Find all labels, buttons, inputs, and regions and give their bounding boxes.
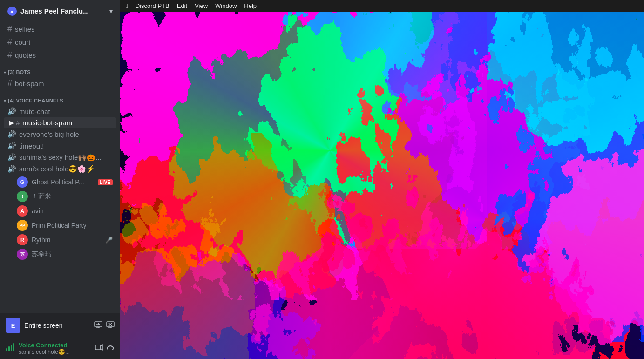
member-name: ！萨米 [32, 192, 113, 201]
svg-rect-13 [8, 346, 10, 351]
voice-member-avin[interactable]: A avin [4, 204, 116, 218]
category-name: [3] BOTS [8, 69, 31, 75]
voice-status-channel: sami's cool hole😎... [19, 349, 91, 355]
hash-icon: # [7, 37, 12, 47]
server-title: James Peel Fanclu... [20, 7, 109, 15]
screen-share-bar: E Entire screen [0, 313, 120, 338]
screen-icon-letter: E [11, 322, 15, 329]
category-name: [4] VOICE CHANNELS [8, 98, 63, 103]
svg-marker-5 [98, 323, 100, 325]
avatar: PP [17, 220, 28, 231]
hash-icon: # [7, 50, 12, 60]
channel-selfies[interactable]: # selfies [4, 23, 116, 35]
menu-help[interactable]: Help [244, 2, 257, 9]
channel-name: sami's cool hole😎🌸⚡ [19, 165, 95, 173]
chevron-down-icon: ▾ [109, 7, 113, 15]
hash-icon: # [7, 24, 12, 34]
menu-view[interactable]: View [195, 2, 208, 9]
server-icon: JP [7, 7, 17, 16]
channel-name: music-bot-spam [22, 119, 72, 127]
category-voice[interactable]: ▾ [4] VOICE CHANNELS [0, 90, 120, 105]
voice-member-ghost[interactable]: G Ghost Political P... LIVE [4, 175, 116, 189]
svg-rect-14 [11, 345, 12, 351]
hash-icon: # [16, 119, 20, 127]
channel-music-bot-spam[interactable]: ▶ # music-bot-spam [4, 117, 116, 128]
voice-icon: 🔊 [7, 153, 16, 162]
channel-name: court [15, 38, 30, 46]
voice-status-text: Voice Connected sami's cool hole😎... [19, 342, 91, 355]
stop-share-button[interactable] [106, 320, 115, 331]
voice-signal-icon [6, 343, 15, 354]
swirl-overlay [120, 12, 644, 359]
voice-actions [95, 343, 115, 354]
channel-sami[interactable]: 🔊 sami's cool hole😎🌸⚡ [4, 163, 116, 175]
channel-name: suhima's sexy hole🙌🏽🎃... [19, 153, 102, 162]
channel-everyones-big-hole[interactable]: 🔊 everyone's big hole [4, 129, 116, 140]
live-badge: LIVE [98, 179, 113, 185]
video-button[interactable] [95, 343, 103, 354]
channel-mute-chat[interactable]: 🔊 mute-chat [4, 106, 116, 117]
voice-icon: 🔊 [7, 107, 16, 115]
channel-name: timeout! [19, 142, 44, 150]
member-name: Rythm [32, 236, 105, 244]
screen-share-label: Entire screen [24, 322, 90, 329]
channel-bot-spam[interactable]: # bot-spam [4, 77, 116, 90]
share-screen-button[interactable] [94, 320, 102, 331]
channel-court[interactable]: # court [4, 36, 116, 48]
voice-status-title: Voice Connected [19, 342, 91, 349]
mute-icon: 🎤 [105, 237, 113, 244]
avatar: ！ [17, 191, 28, 202]
svg-text:JP: JP [10, 10, 14, 14]
svg-rect-12 [6, 348, 7, 351]
svg-marker-17 [101, 345, 103, 350]
disconnect-button[interactable] [106, 343, 115, 354]
channel-name: selfies [15, 25, 35, 33]
channel-name: bot-spam [15, 80, 44, 88]
channel-name: everyone's big hole [19, 130, 79, 138]
menu-discord[interactable]: Discord PTB [136, 2, 169, 9]
playing-indicator-icon: ▶ [9, 119, 14, 126]
main-content:  Discord PTB Edit View Window Help [120, 0, 644, 359]
channel-timeout[interactable]: 🔊 timeout! [4, 140, 116, 151]
screen-share-icon: E [6, 318, 20, 333]
screen-share-actions [94, 320, 115, 331]
voice-icon: 🔊 [7, 142, 16, 150]
voice-connected-bar: Voice Connected sami's cool hole😎... [0, 338, 120, 359]
voice-member-rythm[interactable]: R Rythm 🎤 [4, 233, 116, 247]
channel-name: mute-chat [19, 108, 50, 115]
avatar: A [17, 205, 28, 217]
channel-name: quotes [15, 51, 36, 59]
channel-quotes[interactable]: # quotes [4, 49, 116, 61]
voice-member-prim[interactable]: PP Prim Political Party [4, 218, 116, 232]
member-name: Ghost Political P... [32, 178, 96, 186]
sidebar: JP James Peel Fanclu... ▾ # selfies # co… [0, 0, 120, 359]
collapse-arrow-icon: ▾ [4, 70, 6, 75]
svg-line-18 [113, 348, 114, 350]
mac-menubar:  Discord PTB Edit View Window Help [120, 0, 644, 12]
server-header[interactable]: JP James Peel Fanclu... ▾ [0, 0, 120, 22]
channel-list: # selfies # court # quotes ▾ [3] BOTS # … [0, 22, 120, 313]
member-name: 苏希玛 [32, 250, 113, 258]
voice-icon: 🔊 [7, 130, 16, 138]
svg-line-19 [107, 348, 108, 350]
avatar: R [17, 234, 28, 245]
voice-member-suxima[interactable]: 苏 苏希玛 [4, 247, 116, 261]
menu-window[interactable]: Window [215, 2, 237, 9]
category-bots[interactable]: ▾ [3] BOTS [0, 62, 120, 77]
svg-rect-16 [95, 345, 101, 350]
svg-rect-15 [13, 343, 14, 351]
menu-edit[interactable]: Edit [177, 2, 187, 9]
avatar: G [17, 176, 28, 188]
member-name: Prim Political Party [32, 222, 113, 229]
apple-icon:  [126, 2, 128, 9]
voice-member-sami-cn[interactable]: ！ ！萨米 [4, 190, 116, 203]
member-name: avin [32, 207, 113, 215]
avatar: 苏 [17, 249, 28, 260]
voice-icon: 🔊 [7, 165, 16, 173]
collapse-arrow-icon: ▾ [4, 98, 6, 103]
hash-icon: # [7, 79, 12, 88]
channel-suhima[interactable]: 🔊 suhima's sexy hole🙌🏽🎃... [4, 152, 116, 163]
